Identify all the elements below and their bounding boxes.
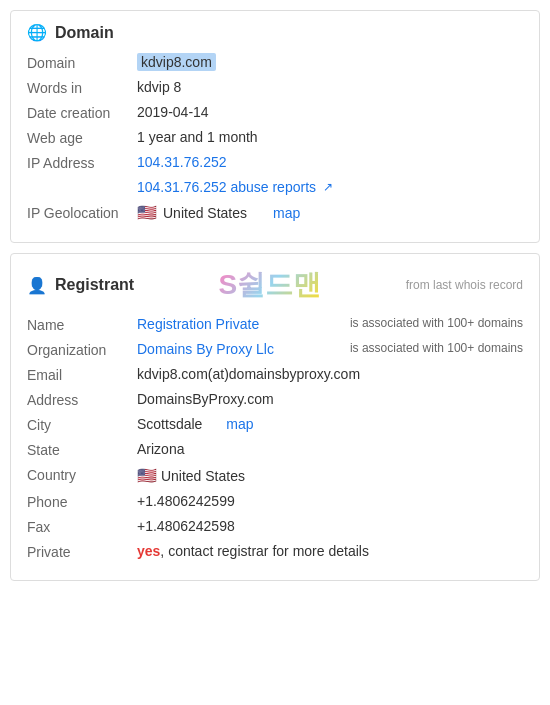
- name-field-row: Name Registration Private is associated …: [27, 316, 523, 333]
- org-field-row: Organization Domains By Proxy Llc is ass…: [27, 341, 523, 358]
- fax-value: +1.4806242598: [137, 518, 523, 534]
- domain-section: 🌐 Domain Domain kdvip8.com Words in kdvi…: [10, 10, 540, 243]
- private-value: yes, contact registrar for more details: [137, 543, 523, 559]
- phone-value: +1.4806242599: [137, 493, 523, 509]
- domain-label: Domain: [27, 54, 137, 71]
- domain-section-title: 🌐 Domain: [27, 23, 523, 42]
- words-label: Words in: [27, 79, 137, 96]
- fax-label: Fax: [27, 518, 137, 535]
- org-value: Domains By Proxy Llc: [137, 341, 330, 357]
- org-label: Organization: [27, 341, 137, 358]
- globe-icon: 🌐: [27, 23, 47, 42]
- date-field-row: Date creation 2019-04-14: [27, 104, 523, 121]
- domain-highlighted-value[interactable]: kdvip8.com: [137, 53, 216, 71]
- web-age-label: Web age: [27, 129, 137, 146]
- address-label: Address: [27, 391, 137, 408]
- fax-field-row: Fax +1.4806242598: [27, 518, 523, 535]
- domain-field-row: Domain kdvip8.com: [27, 54, 523, 71]
- name-link[interactable]: Registration Private: [137, 316, 259, 332]
- watermark: S쉴드맨: [219, 266, 322, 304]
- date-value: 2019-04-14: [137, 104, 523, 120]
- state-field-row: State Arizona: [27, 441, 523, 458]
- private-label: Private: [27, 543, 137, 560]
- name-value: Registration Private: [137, 316, 330, 332]
- domain-title-text: Domain: [55, 24, 114, 42]
- registrant-title-text: Registrant: [55, 276, 134, 294]
- words-field-row: Words in kdvip 8: [27, 79, 523, 96]
- geo-flag: 🇺🇸: [137, 203, 157, 222]
- name-assoc: is associated with 100+ domains: [350, 316, 523, 330]
- from-whois-text: from last whois record: [406, 278, 523, 292]
- geo-field-row: IP Geolocation 🇺🇸 United States map: [27, 203, 523, 222]
- abuse-text: 104.31.76.252 abuse reports: [137, 179, 316, 195]
- ip-link[interactable]: 104.31.76.252: [137, 154, 227, 170]
- city-value: Scottsdale map: [137, 416, 523, 432]
- phone-label: Phone: [27, 493, 137, 510]
- web-age-value: 1 year and 1 month: [137, 129, 523, 145]
- external-link-icon: ↗: [323, 180, 333, 194]
- private-field-row: Private yes, contact registrar for more …: [27, 543, 523, 560]
- state-value: Arizona: [137, 441, 523, 457]
- geo-map-link[interactable]: map: [273, 205, 300, 221]
- city-field-row: City Scottsdale map: [27, 416, 523, 433]
- org-assoc: is associated with 100+ domains: [350, 341, 523, 355]
- geo-value-container: 🇺🇸 United States map: [137, 203, 523, 222]
- geo-country: United States: [163, 205, 247, 221]
- country-field-row: Country 🇺🇸 United States: [27, 466, 523, 485]
- country-name: United States: [161, 468, 245, 484]
- registrant-title: 👤 Registrant: [27, 276, 134, 295]
- email-field-row: Email kdvip8.com(at)domainsbyproxy.com: [27, 366, 523, 383]
- registrant-header: 👤 Registrant S쉴드맨 from last whois record: [27, 266, 523, 304]
- state-label: State: [27, 441, 137, 458]
- private-yes-text: yes: [137, 543, 160, 559]
- country-value: 🇺🇸 United States: [137, 466, 523, 485]
- domain-value: kdvip8.com: [137, 54, 523, 70]
- ip-label: IP Address: [27, 154, 137, 171]
- address-field-row: Address DomainsByProxy.com: [27, 391, 523, 408]
- abuse-row: 104.31.76.252 abuse reports ↗: [27, 179, 523, 195]
- city-label: City: [27, 416, 137, 433]
- registrant-section: 👤 Registrant S쉴드맨 from last whois record…: [10, 253, 540, 581]
- country-label: Country: [27, 466, 137, 483]
- abuse-link[interactable]: 104.31.76.252 abuse reports ↗: [137, 179, 333, 195]
- email-label: Email: [27, 366, 137, 383]
- name-label: Name: [27, 316, 137, 333]
- org-link[interactable]: Domains By Proxy Llc: [137, 341, 274, 357]
- city-map-link[interactable]: map: [226, 416, 253, 432]
- ip-value: 104.31.76.252: [137, 154, 523, 170]
- ip-field-row: IP Address 104.31.76.252: [27, 154, 523, 171]
- country-flag: 🇺🇸: [137, 467, 157, 484]
- address-value: DomainsByProxy.com: [137, 391, 523, 407]
- web-age-field-row: Web age 1 year and 1 month: [27, 129, 523, 146]
- email-value: kdvip8.com(at)domainsbyproxy.com: [137, 366, 523, 382]
- phone-field-row: Phone +1.4806242599: [27, 493, 523, 510]
- date-label: Date creation: [27, 104, 137, 121]
- person-icon: 👤: [27, 276, 47, 295]
- words-value: kdvip 8: [137, 79, 523, 95]
- city-text: Scottsdale: [137, 416, 202, 432]
- geo-label: IP Geolocation: [27, 204, 137, 221]
- private-rest-text: , contact registrar for more details: [160, 543, 369, 559]
